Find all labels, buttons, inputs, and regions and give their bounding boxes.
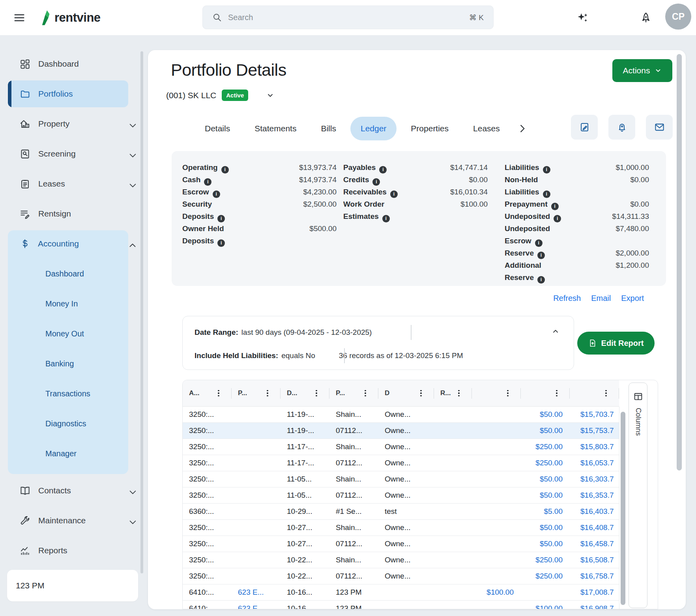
date-range-filter[interactable]: Date Range: last 90 days (09-04-2025 - 1… [195, 328, 372, 337]
table-row[interactable]: 3250:...11-05...Shain...Owne...$50.00$16… [183, 471, 619, 487]
sidebar-item-leases[interactable]: Leases [8, 170, 128, 197]
info-icon[interactable]: i [537, 252, 545, 259]
search-bar[interactable]: ⌘ K [202, 6, 494, 29]
sidebar-item-dashboard[interactable]: Dashboard [8, 50, 128, 77]
info-icon[interactable]: i [543, 190, 550, 198]
sidebar-scrollbar[interactable] [140, 51, 143, 573]
export-link[interactable]: Export [621, 294, 644, 303]
tab-ledger[interactable]: Ledger [350, 117, 397, 140]
ai-sparkles-button[interactable] [577, 0, 589, 35]
info-icon[interactable]: i [382, 215, 390, 222]
table-row[interactable]: 6360:...10-29...#1 Se...test$5.00$16,403… [183, 504, 619, 520]
info-icon[interactable]: i [217, 215, 225, 222]
info-icon[interactable]: i [537, 276, 545, 284]
table-row[interactable]: 3250:...10-22...Shain...Owne...$250.00$1… [183, 552, 619, 568]
sidebar-subitem-money-in[interactable]: Money In [8, 290, 128, 317]
table-scrollbar[interactable] [619, 407, 626, 609]
table-row[interactable]: 3250:...10-22...07112...Owne...$250.00$1… [183, 568, 619, 584]
actions-button[interactable]: Actions [612, 59, 672, 82]
summary-row: Escrowi $4,230.00 [182, 186, 337, 198]
table-cell: Owne... [378, 439, 434, 455]
table-row[interactable]: 3250:...11-05...07112...Owne...$50.00$16… [183, 487, 619, 504]
email-link[interactable]: Email [591, 294, 611, 303]
entity-selector[interactable]: (001) SK LLC Active [166, 90, 274, 101]
table-row[interactable]: 3250:...11-17-...Shain...Owne...$250.00$… [183, 439, 619, 455]
sidebar-subitem-transactions[interactable]: Transactions [8, 380, 128, 407]
sidebar-item-property[interactable]: Property [8, 110, 128, 137]
records-count: 36 records as of 12-03-2025 6:15 PM [339, 351, 463, 360]
email-button[interactable] [646, 115, 673, 140]
summary-value: $7,480.00 [616, 222, 649, 235]
info-icon[interactable]: i [379, 166, 387, 174]
table-row[interactable]: 6410:...623 E...10-16...123 PM$100.00$17… [183, 584, 619, 601]
info-icon[interactable]: i [213, 190, 220, 198]
sidebar-item-portfolios[interactable]: Portfolios [8, 80, 128, 107]
sidebar-item-maintenance[interactable]: Maintenance [8, 507, 128, 534]
sidebar-item-contacts[interactable]: Contacts [8, 477, 128, 504]
tab-bills[interactable]: Bills [311, 117, 346, 140]
sidebar-item-rentsign[interactable]: Rentsign [8, 200, 128, 227]
column-menu-kebab-icon[interactable] [504, 388, 511, 398]
table-row[interactable]: 3250:...11-19-...07112...Owne...$50.00$1… [183, 423, 619, 439]
page-scrollbar[interactable] [677, 54, 682, 470]
note-button[interactable] [571, 115, 598, 140]
table-cell [472, 407, 521, 422]
hamburger-menu-icon[interactable] [13, 12, 25, 24]
info-icon[interactable]: i [551, 203, 559, 210]
info-icon[interactable]: i [217, 239, 225, 247]
summary-row: Undepositedi $14,311.33 [505, 210, 649, 222]
clipboard-pencil-icon [579, 122, 590, 133]
actions-button-label: Actions [623, 66, 650, 75]
whats-new-rocket-button[interactable] [640, 0, 652, 35]
sidebar-item-screening[interactable]: Screening [8, 140, 128, 167]
column-menu-kebab-icon[interactable] [362, 388, 369, 398]
sidebar-footer-company[interactable]: 123 PM [7, 570, 138, 601]
tab-leases[interactable]: Leases [463, 117, 510, 140]
info-icon[interactable]: i [543, 166, 550, 174]
collapse-chevron-up-icon[interactable] [552, 327, 559, 335]
column-menu-kebab-icon[interactable] [215, 388, 222, 398]
include-held-liabilities-filter[interactable]: Include Held Liabilities: equals No 36 r… [195, 351, 463, 360]
info-icon[interactable]: i [554, 215, 561, 222]
tabs-overflow-chevron[interactable] [516, 123, 528, 134]
table-cell [434, 601, 472, 609]
column-menu-kebab-icon[interactable] [313, 388, 320, 398]
dashboard-icon [20, 59, 30, 69]
info-icon[interactable]: i [221, 166, 229, 174]
table-row[interactable]: 3250:...11-19-...Shain...Owne...$50.00$1… [183, 407, 619, 423]
add-alert-button[interactable] [608, 115, 635, 140]
edit-report-button[interactable]: Edit Report [577, 332, 655, 355]
column-menu-kebab-icon[interactable] [417, 388, 425, 398]
refresh-link[interactable]: Refresh [553, 294, 581, 303]
column-menu-kebab-icon[interactable] [602, 388, 610, 398]
summary-label: Payables [343, 163, 376, 172]
table-row[interactable]: 6410:...623 E...10-16...123 PM$100.00$16… [183, 601, 619, 609]
sidebar-subitem-diagnostics[interactable]: Diagnostics [8, 410, 128, 437]
sidebar-item-reports[interactable]: Reports [8, 537, 128, 564]
column-menu-kebab-icon[interactable] [455, 388, 462, 398]
sidebar-subitem-banking[interactable]: Banking [8, 350, 128, 377]
tab-details[interactable]: Details [195, 117, 240, 140]
table-row[interactable]: 3250:...10-27...07112...Owne...$50.00$16… [183, 536, 619, 552]
chevron-down-icon[interactable] [266, 91, 274, 99]
report-filter-card[interactable]: Date Range: last 90 days (09-04-2025 - 1… [182, 316, 574, 370]
table-cell: $16,353.7 [570, 487, 619, 503]
info-icon[interactable]: i [204, 178, 211, 186]
sidebar-item-accounting[interactable]: Accounting [8, 230, 128, 257]
user-avatar[interactable]: CP [665, 4, 691, 30]
table-row[interactable]: 3250:...11-17-...07112...Owne...$250.00$… [183, 455, 619, 471]
tab-statements[interactable]: Statements [244, 117, 307, 140]
sidebar-subitem-dashboard[interactable]: Dashboard [8, 260, 128, 287]
sidebar-subitem-manager[interactable]: Manager [8, 440, 128, 467]
sidebar-subitem-money-out[interactable]: Money Out [8, 320, 128, 347]
column-menu-kebab-icon[interactable] [553, 388, 560, 398]
table-row[interactable]: 3250:...10-27...Shain...Owne...$50.00$16… [183, 520, 619, 536]
tab-properties[interactable]: Properties [400, 117, 459, 140]
date-range-label: Date Range: [195, 328, 238, 337]
column-menu-kebab-icon[interactable] [264, 388, 271, 398]
search-input[interactable] [228, 13, 469, 22]
info-icon[interactable]: i [372, 178, 380, 186]
columns-panel-toggle[interactable]: Columns [629, 383, 647, 608]
info-icon[interactable]: i [535, 239, 543, 247]
info-icon[interactable]: i [390, 190, 398, 198]
